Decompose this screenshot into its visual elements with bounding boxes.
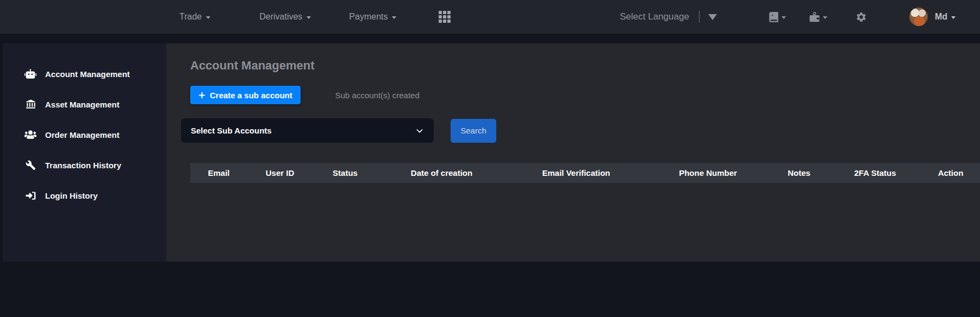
main-panel: Account Management Create a sub account … xyxy=(166,43,980,262)
sidebar-item-transaction-history[interactable]: Transaction History xyxy=(3,150,166,180)
chevron-down-icon xyxy=(415,126,424,135)
user-name: Md xyxy=(935,12,947,22)
settings-button[interactable] xyxy=(856,11,867,23)
filter-row: Select Sub Accounts Search xyxy=(181,118,980,143)
language-selector: Select Language xyxy=(620,11,717,23)
column-header-action: Action xyxy=(921,168,980,177)
nav-trade-label: Trade xyxy=(179,12,202,22)
sidebar-item-order-management[interactable]: Order Management xyxy=(3,119,166,150)
search-button[interactable]: Search xyxy=(451,119,496,143)
table-header-row: Email User ID Status Date of creation Em… xyxy=(190,163,980,183)
chevron-down-icon xyxy=(782,16,786,19)
nav-payments-label: Payments xyxy=(349,12,388,22)
divider xyxy=(699,11,700,23)
chevron-down-icon xyxy=(823,16,827,19)
column-header-user-id: User ID xyxy=(247,168,313,177)
chevron-down-icon xyxy=(206,16,210,19)
sidebar-item-label: Account Management xyxy=(45,69,130,79)
nav-derivatives[interactable]: Derivatives xyxy=(259,12,311,22)
page-title: Account Management xyxy=(190,59,980,73)
column-header-status: Status xyxy=(313,168,378,177)
orders-menu-button[interactable] xyxy=(769,12,786,22)
content-shell: Account Management Asset Management Orde… xyxy=(0,43,980,262)
sidebar-item-label: Order Management xyxy=(45,130,120,140)
column-header-2fa-status: 2FA Status xyxy=(829,168,921,177)
wrench-icon xyxy=(24,160,36,170)
user-menu[interactable]: Md xyxy=(935,12,956,22)
sub-accounts-created-note: Sub account(s) created xyxy=(335,91,420,100)
nav-payments[interactable]: Payments xyxy=(349,12,396,22)
users-icon xyxy=(24,130,36,140)
sidebar-item-label: Login History xyxy=(45,191,98,200)
chevron-down-icon xyxy=(392,16,396,19)
wallet-icon xyxy=(809,11,820,23)
column-header-date-of-creation: Date of creation xyxy=(378,168,505,177)
action-row: Create a sub account Sub account(s) crea… xyxy=(190,86,980,104)
user-avatar[interactable] xyxy=(909,8,928,26)
gear-icon xyxy=(856,11,867,23)
topbar: Trade Derivatives Payments Select Langua… xyxy=(0,0,980,34)
sidebar-item-label: Transaction History xyxy=(45,161,121,170)
nav-trade[interactable]: Trade xyxy=(179,12,210,22)
wallet-menu-button[interactable] xyxy=(809,11,827,23)
sidebar-item-asset-management[interactable]: Asset Management xyxy=(3,89,166,119)
chevron-down-icon xyxy=(951,16,956,19)
language-dropdown-triangle-icon[interactable] xyxy=(708,14,717,20)
plus-icon xyxy=(198,92,205,99)
chevron-down-icon xyxy=(307,16,311,19)
page-background-bottom xyxy=(0,262,980,317)
apps-grid-button[interactable] xyxy=(439,11,451,23)
book-icon xyxy=(769,12,779,22)
create-sub-account-button[interactable]: Create a sub account xyxy=(190,86,301,104)
select-language-label[interactable]: Select Language xyxy=(620,11,689,22)
column-header-phone-number: Phone Number xyxy=(647,168,769,177)
sign-in-icon xyxy=(24,191,36,201)
nav-derivatives-label: Derivatives xyxy=(259,12,302,22)
sidebar-item-login-history[interactable]: Login History xyxy=(3,180,166,211)
sidebar-item-label: Asset Management xyxy=(45,100,120,109)
column-header-notes: Notes xyxy=(769,168,829,177)
grid-icon xyxy=(439,11,451,23)
select-sub-accounts-dropdown[interactable]: Select Sub Accounts xyxy=(181,118,434,143)
create-sub-account-label: Create a sub account xyxy=(210,91,292,100)
robot-icon xyxy=(24,69,36,79)
sidebar: Account Management Asset Management Orde… xyxy=(3,43,166,262)
select-sub-accounts-value: Select Sub Accounts xyxy=(191,126,272,135)
bank-icon xyxy=(24,99,36,110)
sidebar-item-account-management[interactable]: Account Management xyxy=(3,59,166,89)
column-header-email: Email xyxy=(190,168,247,177)
column-header-email-verification: Email Verification xyxy=(505,168,647,177)
